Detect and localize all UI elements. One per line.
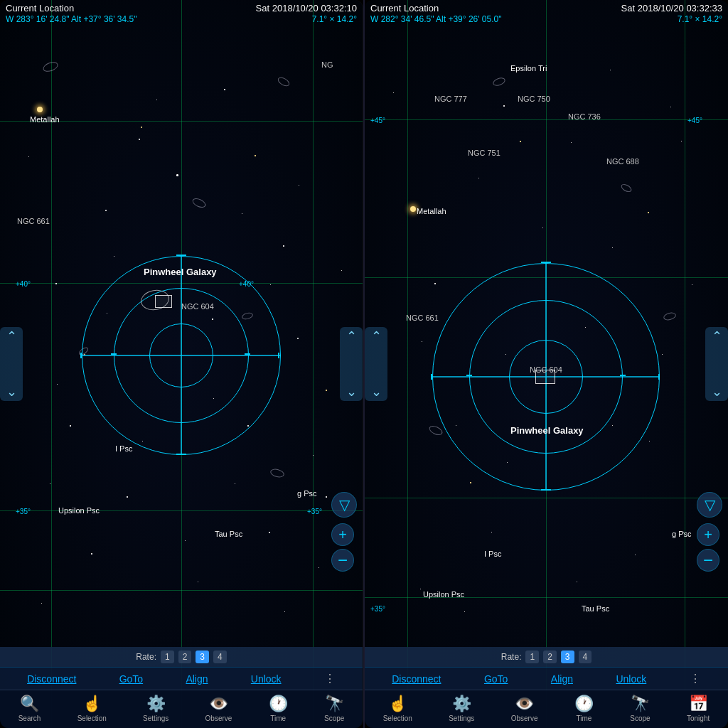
right-align-btn[interactable]: Align xyxy=(551,673,573,685)
left-selection-label: Selection xyxy=(77,714,107,722)
right-header: Current Location Sat 2018/10/20 03:32:33… xyxy=(365,0,728,26)
left-arrow-up[interactable]: ⌃ xyxy=(6,330,17,343)
right-label-ipsc: I Psc xyxy=(484,550,501,558)
left-location: Current Location xyxy=(6,3,74,14)
right-scope-icon: 🔭 xyxy=(631,695,650,713)
right-coord-45: +45° xyxy=(370,117,385,124)
left-tab-selection[interactable]: ☝️ Selection xyxy=(77,695,107,722)
right-tab-tonight[interactable]: 📅 Tonight xyxy=(687,695,710,722)
right-label-metallah: Metallah xyxy=(417,207,446,215)
left-time-icon: 🕐 xyxy=(269,695,288,713)
left-observe-label: Observe xyxy=(205,714,232,722)
right-action-dots[interactable]: ⋮ xyxy=(690,672,701,685)
right-zoom-in[interactable]: + xyxy=(697,523,719,546)
left-coord-35r: +35° xyxy=(307,508,322,515)
left-rate-3[interactable]: 3 xyxy=(196,651,209,663)
left-panel: +40° +40° +35° +35° Metallah NGC 661 Pin… xyxy=(0,0,363,728)
left-tab-search[interactable]: 🔍 Search xyxy=(18,695,41,722)
left-coord-40: +40° xyxy=(16,280,31,288)
right-arrow-left-down[interactable]: ⌄ xyxy=(371,385,382,398)
right-label-ngc661: NGC 661 xyxy=(406,314,439,322)
left-coords-left: W 283° 16' 24.8" Alt +37° 36' 34.5" xyxy=(6,14,137,24)
right-label-gpsc: g Psc xyxy=(672,530,692,538)
right-tab-time[interactable]: 🕐 Time xyxy=(574,695,594,722)
right-tab-observe[interactable]: 👁️ Observe xyxy=(511,695,538,722)
right-unlock-btn[interactable]: Unlock xyxy=(616,673,646,685)
right-rate-2[interactable]: 2 xyxy=(543,651,557,663)
right-goto-btn[interactable]: GoTo xyxy=(484,673,508,685)
right-rate-3[interactable]: 3 xyxy=(561,651,574,663)
right-label-pinwheel: Pinwheel Galaxy xyxy=(510,425,584,436)
right-tab-settings[interactable]: ⚙️ Settings xyxy=(449,695,474,722)
right-nav-right: ⌃ ⌄ xyxy=(705,327,728,401)
right-selection-icon: ☝️ xyxy=(388,695,407,713)
left-tab-scope[interactable]: 🔭 Scope xyxy=(324,695,344,722)
left-header: Current Location Sat 2018/10/20 03:32:10… xyxy=(0,0,363,26)
right-panel: +45° +45° +35° Epsilon Tri NGC 777 NGC 7… xyxy=(365,0,728,728)
right-action-bar: Disconnect GoTo Align Unlock ⋮ xyxy=(365,667,728,690)
right-location: Current Location xyxy=(370,3,439,14)
left-arrow-right-down[interactable]: ⌄ xyxy=(346,385,357,398)
left-zoom-out[interactable]: − xyxy=(331,549,354,572)
right-tab-scope[interactable]: 🔭 Scope xyxy=(630,695,650,722)
left-action-bar: Disconnect GoTo Align Unlock ⋮ xyxy=(0,667,363,690)
left-goto-btn[interactable]: GoTo xyxy=(119,673,143,685)
left-coord-40r: +40° xyxy=(239,280,254,288)
right-rate-4[interactable]: 4 xyxy=(579,651,592,663)
left-action-dots[interactable]: ⋮ xyxy=(324,672,336,685)
right-arrow-right-up[interactable]: ⌃ xyxy=(712,330,722,343)
left-align-btn[interactable]: Align xyxy=(186,673,208,685)
left-label-upsilonpsc: Upsilon Psc xyxy=(58,506,100,515)
left-arrow-down[interactable]: ⌄ xyxy=(6,385,17,398)
right-coord-45r: +45° xyxy=(687,117,702,124)
right-time-label: Time xyxy=(576,714,592,722)
left-unlock-btn[interactable]: Unlock xyxy=(251,673,282,685)
right-observe-label: Observe xyxy=(511,714,538,722)
left-label-ipsc: I Psc xyxy=(115,444,132,453)
left-label-ngc604: NGC 604 xyxy=(181,302,214,311)
right-scope-label: Scope xyxy=(630,714,650,722)
right-bottom-controls: Rate: 1 2 3 4 Disconnect GoTo Align Unlo… xyxy=(365,647,728,728)
left-rate-2[interactable]: 2 xyxy=(178,651,192,663)
left-tab-settings[interactable]: ⚙️ Settings xyxy=(143,695,168,722)
right-label-ngc688: NGC 688 xyxy=(606,157,639,166)
left-rate-4[interactable]: 4 xyxy=(213,651,227,663)
left-label-metallah: Metallah xyxy=(30,115,60,124)
left-rate-1[interactable]: 1 xyxy=(161,651,174,663)
right-tab-bar: ☝️ Selection ⚙️ Settings 👁️ Observe 🕐 Ti… xyxy=(365,690,728,728)
left-disconnect-btn[interactable]: Disconnect xyxy=(27,673,76,685)
right-label-ngc750: NGC 750 xyxy=(518,95,550,103)
left-search-icon: 🔍 xyxy=(20,695,39,713)
left-rate-label: Rate: xyxy=(136,652,156,662)
left-tab-observe[interactable]: 👁️ Observe xyxy=(205,695,232,722)
left-selection-icon: ☝️ xyxy=(82,695,102,713)
left-tab-time[interactable]: 🕐 Time xyxy=(269,695,288,722)
left-label-ng: NG xyxy=(321,60,333,69)
left-compass-btn[interactable]: ▽ xyxy=(331,492,357,518)
right-rate-1[interactable]: 1 xyxy=(525,651,539,663)
left-label-gpsc: g Psc xyxy=(297,489,317,498)
right-label-taupsc: Tau Psc xyxy=(582,604,609,613)
left-arrow-right-up[interactable]: ⌃ xyxy=(346,330,357,343)
left-label-ngc661: NGC 661 xyxy=(17,217,50,225)
left-zoom-in[interactable]: + xyxy=(331,523,354,546)
left-bottom-controls: Rate: 1 2 3 4 Disconnect GoTo Align Unlo… xyxy=(0,647,363,728)
right-zoom-out[interactable]: − xyxy=(697,549,719,572)
left-tab-bar: 🔍 Search ☝️ Selection ⚙️ Settings 👁️ Obs… xyxy=(0,690,363,728)
right-coord-35: +35° xyxy=(370,605,385,613)
right-arrow-right-down[interactable]: ⌄ xyxy=(712,385,722,398)
right-tab-selection[interactable]: ☝️ Selection xyxy=(383,695,412,722)
right-settings-label: Settings xyxy=(449,714,474,722)
left-scope-icon: 🔭 xyxy=(325,695,344,713)
right-disconnect-btn[interactable]: Disconnect xyxy=(392,673,441,685)
left-search-label: Search xyxy=(18,714,41,722)
left-datetime: Sat 2018/10/20 03:32:10 xyxy=(256,3,357,14)
right-compass-btn[interactable]: ▽ xyxy=(697,492,722,518)
right-label-ngc777: NGC 777 xyxy=(434,95,467,103)
left-coords-right: 7.1° × 14.2° xyxy=(312,14,357,24)
right-arrow-left-up[interactable]: ⌃ xyxy=(371,330,382,343)
left-time-label: Time xyxy=(270,714,286,722)
right-settings-icon: ⚙️ xyxy=(452,695,471,713)
right-coords-left: W 282° 34' 46.5" Alt +39° 26' 05.0" xyxy=(370,14,502,24)
right-starfield: +45° +45° +35° xyxy=(365,0,728,728)
